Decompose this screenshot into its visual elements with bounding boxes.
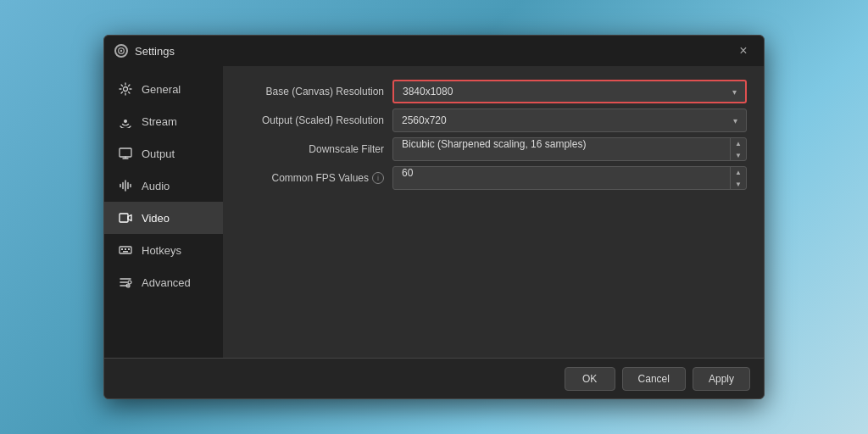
- sidebar-label-general: General: [142, 83, 181, 96]
- sidebar-label-advanced: Advanced: [142, 276, 191, 289]
- base-resolution-value: 3840x1080: [403, 86, 453, 97]
- advanced-icon: [118, 275, 133, 290]
- output-icon: [118, 146, 133, 161]
- fps-down[interactable]: ▼: [731, 178, 746, 190]
- svg-rect-8: [128, 248, 130, 250]
- sidebar-item-hotkeys[interactable]: Hotkeys: [104, 234, 223, 266]
- svg-point-10: [128, 281, 131, 284]
- output-resolution-value: 2560x720: [402, 114, 447, 126]
- downscale-filter-row: Downscale Filter Bicubic (Sharpened scal…: [240, 137, 747, 161]
- downscale-filter-up[interactable]: ▲: [731, 137, 746, 149]
- svg-rect-9: [123, 251, 128, 253]
- fps-row: Common FPS Values i 60 ▲ ▼: [240, 166, 747, 190]
- apply-button[interactable]: Apply: [693, 367, 750, 391]
- sidebar-item-output[interactable]: Output: [104, 137, 223, 170]
- output-resolution-dropdown-arrow: ▾: [733, 116, 737, 125]
- fps-value: 60: [393, 167, 730, 189]
- sidebar-label-video: Video: [142, 212, 170, 225]
- sidebar-item-advanced[interactable]: Advanced: [104, 266, 223, 298]
- fps-label: Common FPS Values: [272, 172, 370, 184]
- fps-up[interactable]: ▲: [731, 166, 746, 178]
- output-resolution-row: Output (Scaled) Resolution 2560x720 ▾: [240, 108, 747, 132]
- downscale-filter-control[interactable]: Bicubic (Sharpened scaling, 16 samples) …: [392, 137, 747, 161]
- main-content: Base (Canvas) Resolution 3840x1080 ▾ Out…: [223, 66, 764, 358]
- output-resolution-select[interactable]: 2560x720 ▾: [392, 108, 747, 132]
- downscale-filter-label: Downscale Filter: [240, 143, 392, 155]
- cancel-button[interactable]: Cancel: [622, 367, 686, 391]
- dialog-title: Settings: [135, 45, 175, 58]
- sidebar-item-audio[interactable]: Audio: [104, 170, 223, 202]
- dialog-body: General Stream Output: [104, 66, 764, 358]
- audio-icon: [118, 178, 133, 193]
- gear-icon: [118, 81, 133, 97]
- downscale-filter-value: Bicubic (Sharpened scaling, 16 samples): [393, 138, 730, 160]
- svg-rect-3: [120, 148, 131, 157]
- base-resolution-row: Base (Canvas) Resolution 3840x1080 ▾: [240, 80, 747, 103]
- stream-icon: [118, 114, 133, 129]
- sidebar-item-general[interactable]: General: [104, 73, 223, 105]
- sidebar-label-stream: Stream: [142, 115, 177, 128]
- title-bar: Settings ×: [104, 36, 764, 66]
- sidebar: General Stream Output: [104, 66, 223, 358]
- downscale-filter-arrows: ▲ ▼: [730, 137, 746, 161]
- base-resolution-select[interactable]: 3840x1080 ▾: [392, 80, 747, 103]
- base-resolution-label: Base (Canvas) Resolution: [240, 86, 392, 97]
- title-bar-left: Settings: [114, 44, 175, 58]
- settings-dialog: Settings × General: [103, 35, 765, 399]
- fps-label-group: Common FPS Values i: [240, 172, 392, 184]
- downscale-filter-down[interactable]: ▼: [731, 149, 746, 161]
- sidebar-label-audio: Audio: [142, 180, 170, 192]
- svg-point-1: [120, 50, 123, 53]
- sidebar-item-video[interactable]: Video: [104, 202, 223, 234]
- fps-info-icon[interactable]: i: [372, 172, 384, 184]
- dialog-footer: OK Cancel Apply: [104, 358, 764, 398]
- fps-arrows: ▲ ▼: [730, 166, 746, 190]
- sidebar-item-stream[interactable]: Stream: [104, 105, 223, 137]
- svg-rect-7: [125, 248, 126, 250]
- output-resolution-label: Output (Scaled) Resolution: [240, 114, 392, 126]
- sidebar-label-hotkeys: Hotkeys: [142, 244, 181, 257]
- video-icon: [118, 210, 133, 225]
- close-button[interactable]: ×: [733, 41, 754, 61]
- sidebar-label-output: Output: [142, 147, 175, 160]
- dialog-icon: [114, 44, 128, 58]
- svg-rect-4: [120, 214, 128, 222]
- hotkeys-icon: [118, 242, 133, 258]
- ok-button[interactable]: OK: [565, 367, 615, 391]
- base-resolution-dropdown-arrow: ▾: [732, 87, 737, 97]
- svg-point-2: [124, 87, 128, 92]
- fps-control[interactable]: 60 ▲ ▼: [392, 166, 747, 190]
- svg-rect-6: [121, 248, 123, 250]
